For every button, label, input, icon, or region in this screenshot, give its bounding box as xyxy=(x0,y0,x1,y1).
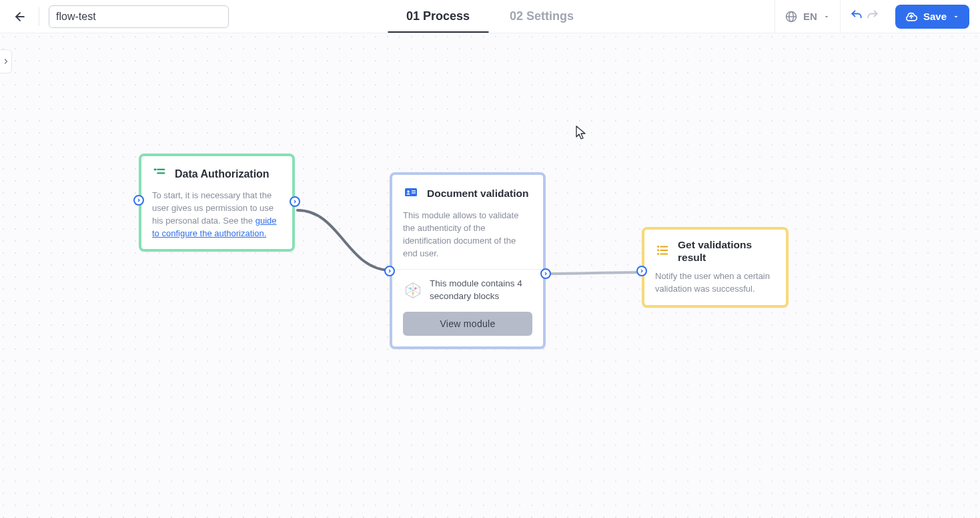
svg-point-20 xyxy=(657,253,659,255)
port-out[interactable] xyxy=(540,268,551,279)
tab-process[interactable]: 01 Process xyxy=(406,0,470,33)
divider xyxy=(39,7,39,26)
view-module-button[interactable]: View module xyxy=(403,312,532,336)
flow-name-input[interactable] xyxy=(49,5,229,28)
arrow-left-icon xyxy=(13,10,27,23)
history-controls xyxy=(840,0,889,33)
expand-sidebar-handle[interactable] xyxy=(0,49,12,73)
mouse-cursor-icon xyxy=(576,125,588,143)
flow-canvas[interactable]: Data Authorization To start, it is neces… xyxy=(0,33,980,518)
undo-icon xyxy=(850,9,863,22)
back-button[interactable] xyxy=(11,7,29,26)
redo-button[interactable] xyxy=(866,9,879,25)
divider xyxy=(392,269,543,270)
chevron-down-icon xyxy=(952,13,960,21)
node-description: This module allows to validate the authe… xyxy=(403,210,532,260)
list-check-icon xyxy=(152,166,167,183)
svg-point-15 xyxy=(410,287,412,289)
sub-blocks-info: This module contains 4 secondary blocks xyxy=(403,278,532,302)
port-in[interactable] xyxy=(384,266,395,276)
sub-blocks-text: This module contains 4 secondary blocks xyxy=(430,278,532,302)
save-label: Save xyxy=(923,11,947,22)
node-description: To start, it is necessary that the user … xyxy=(152,190,282,240)
header-right: EN Save xyxy=(775,0,969,33)
node-validations-result[interactable]: Get validations result Notify the user w… xyxy=(642,227,789,308)
node-title: Get validations result xyxy=(678,239,775,264)
globe-icon xyxy=(785,10,798,23)
save-button[interactable]: Save xyxy=(895,5,969,29)
edge-auth-to-doc xyxy=(298,210,391,270)
undo-button[interactable] xyxy=(850,9,863,25)
svg-point-8 xyxy=(407,190,409,192)
tab-settings[interactable]: 02 Settings xyxy=(510,0,574,33)
port-in[interactable] xyxy=(636,266,647,276)
node-title: Document validation xyxy=(427,188,528,200)
cloud-upload-icon xyxy=(905,10,918,23)
svg-point-16 xyxy=(414,287,416,289)
node-data-authorization[interactable]: Data Authorization To start, it is neces… xyxy=(139,154,295,252)
language-picker[interactable]: EN xyxy=(775,0,840,33)
chevron-down-icon xyxy=(823,13,831,21)
id-card-icon xyxy=(403,184,419,203)
svg-point-19 xyxy=(657,249,659,251)
svg-point-17 xyxy=(412,292,414,294)
svg-rect-4 xyxy=(154,169,157,171)
port-out[interactable] xyxy=(290,196,300,207)
header: 01 Process 02 Settings EN Save xyxy=(0,0,980,33)
node-document-validation[interactable]: Document validation This module allows t… xyxy=(390,172,546,349)
svg-point-18 xyxy=(657,246,659,248)
edge-doc-to-result xyxy=(547,272,640,274)
cube-icon xyxy=(403,280,423,300)
port-in[interactable] xyxy=(133,195,144,206)
redo-icon xyxy=(866,9,879,22)
list-ordered-icon xyxy=(655,243,670,260)
language-label: EN xyxy=(803,11,817,22)
svg-rect-7 xyxy=(405,188,417,196)
tabs: 01 Process 02 Settings xyxy=(406,0,574,33)
node-description: Notify the user when a certain validatio… xyxy=(655,270,775,296)
node-title: Data Authorization xyxy=(175,168,270,180)
chevron-right-icon xyxy=(2,57,10,65)
